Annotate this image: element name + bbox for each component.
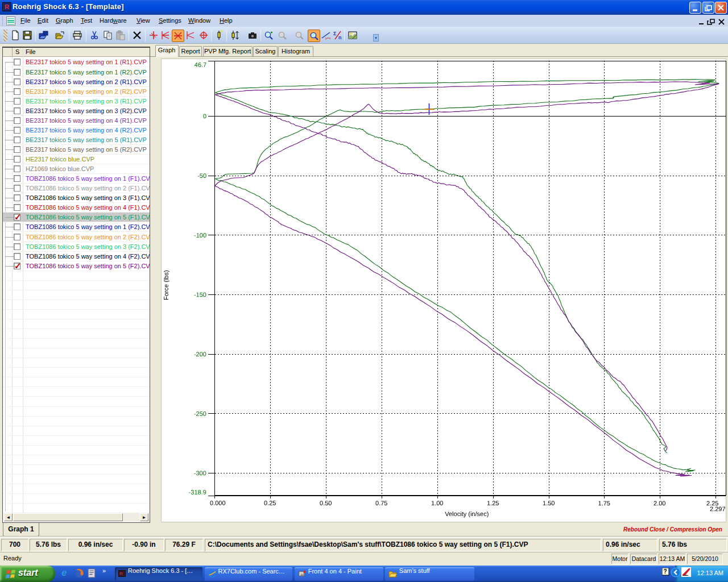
svg-text:0: 0 <box>203 113 206 119</box>
svg-text:2.00: 2.00 <box>653 500 665 506</box>
svg-text:1.00: 1.00 <box>431 500 443 506</box>
svg-text:0.25: 0.25 <box>264 500 276 506</box>
svg-text:Σ: Σ <box>333 31 337 36</box>
svg-text:Velocity (in/sec): Velocity (in/sec) <box>445 510 489 517</box>
svg-text:0.000: 0.000 <box>210 500 226 506</box>
svg-text:-50: -50 <box>197 172 206 179</box>
svg-text:-150: -150 <box>194 291 206 298</box>
svg-text:R: R <box>119 571 123 576</box>
svg-text:1.75: 1.75 <box>598 500 610 506</box>
svg-text:-300: -300 <box>194 469 206 476</box>
svg-text:2.297: 2.297 <box>710 505 726 512</box>
svg-text:0.50: 0.50 <box>320 500 332 506</box>
svg-text:1.25: 1.25 <box>487 500 499 506</box>
svg-text:1.50: 1.50 <box>543 500 555 506</box>
svg-text:46.7: 46.7 <box>195 61 206 68</box>
svg-text:-250: -250 <box>194 410 206 417</box>
svg-text:-200: -200 <box>194 351 206 357</box>
svg-text:n: n <box>338 35 342 40</box>
svg-text:y=x: y=x <box>325 36 331 40</box>
svg-text:?: ? <box>664 568 667 575</box>
svg-text:-100: -100 <box>194 232 206 239</box>
svg-text:0.75: 0.75 <box>375 500 387 506</box>
svg-text:-318.9: -318.9 <box>189 489 206 496</box>
